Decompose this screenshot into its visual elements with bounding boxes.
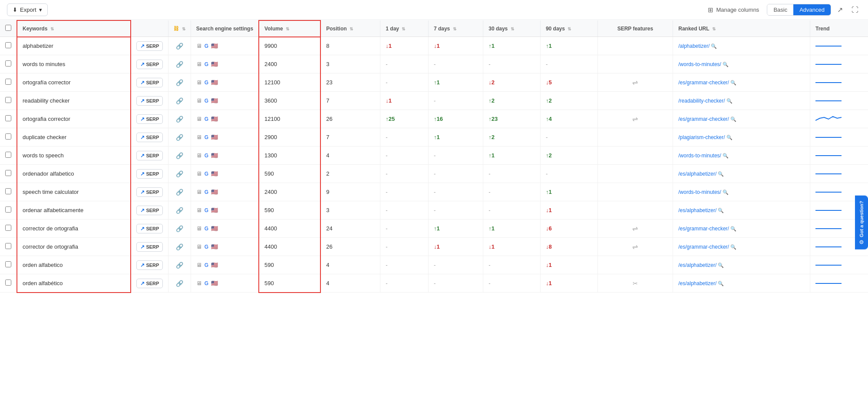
ranked-url-link[interactable]: /words-to-minutes/ 🔍 [678, 61, 729, 67]
ranked-url-link[interactable]: /es/grammar-checker/ 🔍 [678, 244, 736, 250]
share-icon: ↗ [837, 6, 843, 13]
row-checkbox[interactable] [5, 261, 11, 267]
select-all-checkbox[interactable] [5, 25, 11, 31]
serp-button[interactable]: ↗ SERP [136, 242, 163, 252]
ranked-url-link[interactable]: /words-to-minutes/ 🔍 [678, 153, 729, 159]
link-icon[interactable]: 🔗 [176, 170, 183, 177]
row-ranked-url: /es/grammar-checker/ 🔍 [673, 220, 810, 238]
row-checkbox[interactable] [5, 188, 11, 194]
ranked-url-link[interactable]: /es/alphabetizer/ 🔍 [678, 262, 724, 268]
row-serp-btn-cell: ↗ SERP [131, 238, 168, 256]
row-serp-features: ⇌ [597, 220, 673, 238]
serp-button[interactable]: ↗ SERP [136, 224, 163, 233]
serp-button-label: SERP [146, 80, 159, 85]
row-checkbox[interactable] [5, 225, 11, 231]
row-serp-features [597, 256, 673, 274]
serp-button[interactable]: ↗ SERP [136, 187, 163, 197]
row-keyword: ortografía corrector [17, 73, 131, 92]
th-30days[interactable]: 30 days ⇅ [483, 20, 541, 37]
google-icon: G [205, 116, 208, 122]
link-icon[interactable]: 🔗 [176, 79, 183, 86]
row-checkbox[interactable] [5, 170, 11, 176]
ranked-url-link[interactable]: /es/alphabetizer/ 🔍 [678, 171, 724, 177]
ranked-url-link[interactable]: /es/grammar-checker/ 🔍 [678, 226, 736, 232]
row-checkbox[interactable] [5, 133, 11, 140]
row-volume: 12100 [259, 73, 320, 92]
link-icon[interactable]: 🔗 [176, 225, 183, 232]
table-row: ordenador alfabetico ↗ SERP 🔗 🖥 G 🇺🇸 590… [0, 165, 868, 183]
export-button[interactable]: ⬇ Export ▾ [7, 3, 48, 16]
manage-columns-button[interactable]: ⊞ Manage columns [703, 3, 763, 17]
row-checkbox[interactable] [5, 152, 11, 158]
link-icon[interactable]: 🔗 [176, 97, 183, 104]
serp-button[interactable]: ↗ SERP [136, 279, 163, 288]
fullscreen-icon-button[interactable]: ⛶ [849, 4, 861, 16]
row-volume: 12100 [259, 110, 320, 128]
serp-button-label: SERP [146, 171, 159, 176]
row-checkbox[interactable] [5, 42, 11, 48]
row-checkbox[interactable] [5, 79, 11, 85]
search-icon: 🔍 [718, 171, 724, 177]
th-90days[interactable]: 90 days ⇅ [540, 20, 597, 37]
view-basic-button[interactable]: Basic [767, 4, 793, 15]
row-checkbox[interactable] [5, 243, 11, 249]
ranked-url-link[interactable]: /plagiarism-checker/ 🔍 [678, 134, 732, 140]
sort-icon: ⇅ [286, 27, 289, 31]
row-trend [810, 165, 868, 183]
ranked-url-link[interactable]: /es/grammar-checker/ 🔍 [678, 80, 736, 86]
link-icon[interactable]: 🔗 [176, 243, 183, 250]
row-7days: ↑1 [428, 73, 483, 92]
ranked-url-link[interactable]: /words-to-minutes/ 🔍 [678, 189, 729, 195]
serp-button[interactable]: ↗ SERP [136, 78, 163, 87]
flag-icon: 🇺🇸 [211, 152, 218, 159]
row-90days: ↓5 [540, 73, 597, 92]
th-keywords[interactable]: Keywords ⇅ [17, 20, 131, 37]
th-volume[interactable]: Volume ⇅ [259, 20, 320, 37]
ranked-url-link[interactable]: /es/alphabetizer/ 🔍 [678, 280, 724, 286]
row-checkbox[interactable] [5, 97, 11, 103]
sort-icon: ⇅ [511, 27, 514, 31]
serp-button[interactable]: ↗ SERP [136, 133, 163, 142]
row-90days: ↓8 [540, 238, 597, 256]
row-checkbox[interactable] [5, 115, 11, 121]
chevron-down-icon: ▾ [39, 7, 42, 13]
link-icon[interactable]: 🔗 [176, 262, 183, 269]
row-checkbox[interactable] [5, 280, 11, 286]
th-position[interactable]: Position ⇅ [320, 20, 380, 37]
link-icon[interactable]: 🔗 [176, 61, 183, 68]
row-checkbox-cell [0, 183, 17, 201]
th-7days[interactable]: 7 days ⇅ [428, 20, 483, 37]
th-ranked-url[interactable]: Ranked URL ⇅ [673, 20, 810, 37]
link-icon[interactable]: 🔗 [176, 189, 183, 196]
serp-button[interactable]: ↗ SERP [136, 260, 163, 270]
share-icon-button[interactable]: ↗ [835, 4, 845, 16]
th-1day[interactable]: 1 day ⇅ [380, 20, 429, 37]
row-trend [810, 274, 868, 293]
link-icon[interactable]: 🔗 [176, 116, 183, 123]
help-button[interactable]: ⊙ Got a question? [855, 196, 868, 250]
th-search-engine-settings: Search engine settings [191, 20, 259, 37]
row-checkbox[interactable] [5, 60, 11, 67]
ranked-url-link[interactable]: /es/alphabetizer/ 🔍 [678, 207, 724, 213]
monitor-icon: 🖥 [196, 97, 202, 104]
flag-icon: 🇺🇸 [211, 225, 218, 232]
serp-button[interactable]: ↗ SERP [136, 169, 163, 179]
view-advanced-button[interactable]: Advanced [793, 4, 831, 15]
flag-icon: 🇺🇸 [211, 262, 218, 268]
serp-button[interactable]: ↗ SERP [136, 41, 163, 51]
serp-button[interactable]: ↗ SERP [136, 96, 163, 106]
ranked-url-link[interactable]: /readability-checker/ 🔍 [678, 98, 732, 104]
link-icon[interactable]: 🔗 [176, 152, 183, 159]
row-30days: ↑1 [483, 146, 541, 165]
row-checkbox[interactable] [5, 206, 11, 213]
serp-button[interactable]: ↗ SERP [136, 114, 163, 124]
serp-button[interactable]: ↗ SERP [136, 206, 163, 215]
link-icon[interactable]: 🔗 [176, 207, 183, 214]
ranked-url-link[interactable]: /es/grammar-checker/ 🔍 [678, 116, 736, 122]
link-icon[interactable]: 🔗 [176, 280, 183, 287]
serp-button[interactable]: ↗ SERP [136, 151, 163, 160]
ranked-url-link[interactable]: /alphabetizer/ 🔍 [678, 43, 717, 49]
link-icon[interactable]: 🔗 [176, 43, 183, 50]
serp-button[interactable]: ↗ SERP [136, 60, 163, 69]
link-icon[interactable]: 🔗 [176, 134, 183, 141]
